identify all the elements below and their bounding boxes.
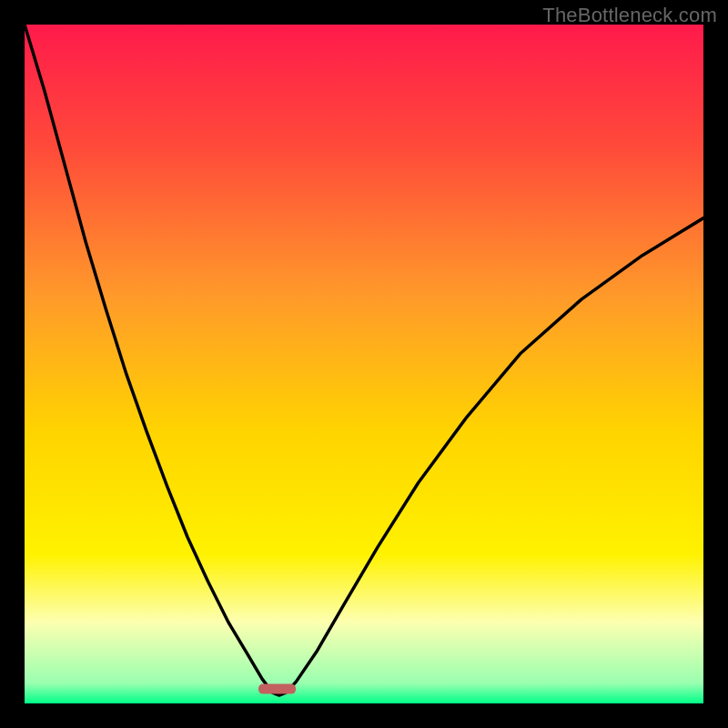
- plot-area: [25, 25, 703, 703]
- chart-svg: [25, 25, 703, 703]
- watermark-text: TheBottleneck.com: [542, 4, 717, 27]
- minimum-marker: [258, 684, 296, 694]
- chart-background: [25, 25, 703, 703]
- chart-frame: TheBottleneck.com: [0, 0, 728, 728]
